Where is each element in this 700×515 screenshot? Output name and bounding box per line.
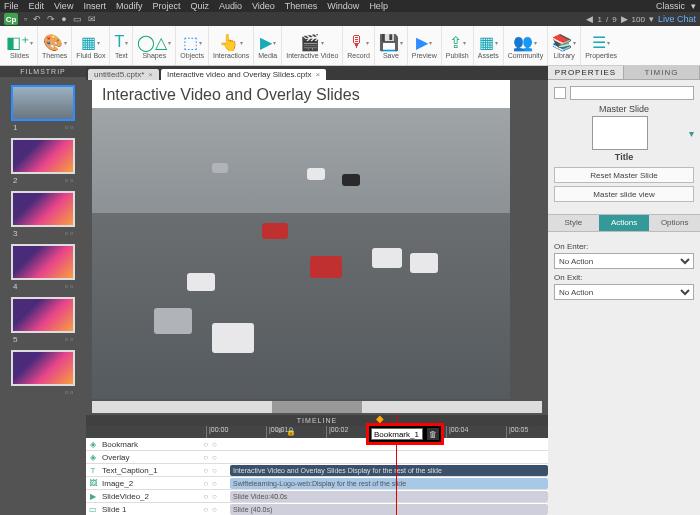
close-icon[interactable]: ×	[148, 70, 153, 79]
ruler-tick: |00:02	[326, 426, 348, 438]
ribbon-interactions[interactable]: 👆▾Interactions	[209, 26, 254, 65]
menu-modify[interactable]: Modify	[116, 1, 143, 11]
master-dropdown-icon[interactable]: ▾	[689, 128, 694, 139]
canvas[interactable]: Interactive Video and Overlay Slides	[86, 80, 548, 399]
menu-audio[interactable]: Audio	[219, 1, 242, 11]
ribbon-record[interactable]: 🎙▾Record	[343, 26, 375, 65]
playhead[interactable]	[396, 438, 397, 515]
ribbon-fluid-box[interactable]: ▦▾Fluid Box	[72, 26, 110, 65]
menu-help[interactable]: Help	[369, 1, 388, 11]
page-total: 9	[612, 15, 616, 24]
page-sep: /	[606, 15, 608, 24]
record-icon[interactable]: ●	[61, 14, 66, 24]
timeline-header: TIMELINE	[86, 415, 548, 426]
mail-icon[interactable]: ✉	[88, 14, 96, 24]
doc-tab[interactable]: untitled5.cptx*×	[88, 69, 159, 80]
ribbon-community[interactable]: 👥▾Community	[504, 26, 548, 65]
master-view-button[interactable]: Master slide view	[554, 186, 694, 202]
slide-name-input[interactable]	[570, 86, 694, 100]
filmstrip-thumb[interactable]: 1▫ ▫	[11, 85, 75, 134]
on-enter-select[interactable]: No Action	[554, 253, 694, 269]
ribbon-interactive-video[interactable]: 🎬▾Interactive Video	[282, 26, 343, 65]
filmstrip-thumb[interactable]: 4▫ ▫	[11, 244, 75, 293]
menu-view[interactable]: View	[54, 1, 73, 11]
bookmark-marker-popup: 🗑	[366, 423, 444, 445]
quick-access-toolbar: Cp ▫ ↶ ↷ ● ▭ ✉ ◀ 1 / 9 ▶ 100 ▾ Live Chat	[0, 12, 700, 26]
filmstrip-thumb[interactable]: 2▫ ▫	[11, 138, 75, 187]
live-chat-link[interactable]: Live Chat	[658, 14, 696, 24]
ruler-tick: |00:00	[206, 426, 228, 438]
menu-project[interactable]: Project	[152, 1, 180, 11]
filmstrip-header: FILMSTRIP	[0, 66, 86, 77]
timeline-tracks: ◆ ◈Bookmark○○◈Overlay○○TText_Caption_1○○…	[86, 438, 548, 515]
master-slide-thumb[interactable]	[592, 116, 648, 150]
timeline-panel: TIMELINE 👁 🔒 🗑 |00:00|00:01|00:02|00:03|…	[86, 415, 548, 515]
filmstrip-thumb[interactable]: 3▫ ▫	[11, 191, 75, 240]
document-tabs: untitled5.cptx*×Interactive video and Ov…	[86, 66, 548, 80]
zoom-dropdown-icon[interactable]: ▾	[649, 14, 654, 24]
ruler-tick: |00:05	[506, 426, 528, 438]
page-current: 1	[597, 15, 601, 24]
menu-file[interactable]: File	[4, 1, 19, 11]
ribbon-themes[interactable]: 🎨▾Themes	[38, 26, 72, 65]
tab-properties[interactable]: PROPERTIES	[548, 66, 624, 79]
ribbon-preview[interactable]: ▶▾Preview	[408, 26, 442, 65]
filmstrip-thumb[interactable]: 5▫ ▫	[11, 297, 75, 346]
save-icon[interactable]: ▫	[24, 14, 27, 24]
menu-quiz[interactable]: Quiz	[190, 1, 209, 11]
bookmark-delete-icon[interactable]: 🗑	[427, 428, 439, 440]
track-slide-1[interactable]: ▭Slide 1○○Slide (40.0s)	[86, 503, 548, 515]
next-slide-icon[interactable]: ▶	[621, 14, 628, 24]
menu-video[interactable]: Video	[252, 1, 275, 11]
app-logo: Cp	[4, 13, 18, 25]
slide[interactable]: Interactive Video and Overlay Slides	[92, 80, 510, 399]
ribbon-objects[interactable]: ⬚▾Objects	[176, 26, 209, 65]
menu-themes[interactable]: Themes	[285, 1, 318, 11]
master-title-label: Title	[554, 152, 694, 162]
preview-icon[interactable]: ▭	[73, 14, 82, 24]
center-area: untitled5.cptx*×Interactive video and Ov…	[86, 66, 548, 515]
menu-edit[interactable]: Edit	[29, 1, 45, 11]
track-text-caption-1[interactable]: TText_Caption_1○○Interactive Video and O…	[86, 464, 548, 477]
subtab-actions[interactable]: Actions	[599, 215, 650, 231]
on-enter-label: On Enter:	[554, 242, 694, 251]
on-exit-select[interactable]: No Action	[554, 284, 694, 300]
track-overlay[interactable]: ◈Overlay○○	[86, 451, 548, 464]
canvas-h-scrollbar[interactable]	[92, 401, 542, 413]
menu-window[interactable]: Window	[327, 1, 359, 11]
ribbon-assets[interactable]: ▦▾Assets	[474, 26, 504, 65]
track-image-2[interactable]: 🖼Image_2○○Swiftelearning-Logo-web:Displa…	[86, 477, 548, 490]
slide-title: Interactive Video and Overlay Slides	[92, 80, 510, 108]
ribbon-media[interactable]: ▶▾Media	[254, 26, 282, 65]
bookmark-name-input[interactable]	[371, 428, 423, 440]
doc-tab[interactable]: Interactive video and Overlay Slides.cpt…	[161, 69, 326, 80]
prev-slide-icon[interactable]: ◀	[586, 14, 593, 24]
subtab-style[interactable]: Style	[548, 215, 599, 231]
workspace-selector[interactable]: Classic ▾	[656, 1, 696, 11]
ribbon-text[interactable]: T▾Text	[110, 26, 133, 65]
zoom-value: 100	[632, 15, 645, 24]
ribbon-slides[interactable]: ◧⁺▾Slides	[2, 26, 38, 65]
close-icon[interactable]: ×	[315, 70, 320, 79]
ribbon-properties[interactable]: ☰▾Properties	[581, 26, 621, 65]
tab-timing[interactable]: TIMING	[624, 66, 700, 79]
filmstrip-thumbs[interactable]: 1▫ ▫2▫ ▫3▫ ▫4▫ ▫5▫ ▫▫ ▫	[0, 77, 86, 515]
reset-master-button[interactable]: Reset Master Slide	[554, 167, 694, 183]
menu-insert[interactable]: Insert	[83, 1, 106, 11]
redo-icon[interactable]: ↷	[47, 14, 55, 24]
subtab-options[interactable]: Options	[649, 215, 700, 231]
ribbon-save[interactable]: 💾▾Save	[375, 26, 408, 65]
ribbon-shapes[interactable]: ◯△▾Shapes	[133, 26, 176, 65]
timeline-ruler[interactable]: 👁 🔒 🗑 |00:00|00:01|00:02|00:03|00:04|00:…	[86, 426, 548, 438]
ribbon-publish[interactable]: ⇪▾Publish	[442, 26, 474, 65]
track-slidevideo-2[interactable]: ▶SlideVideo_2○○Slide Video:40.0s	[86, 490, 548, 503]
menubar: File Edit View Insert Modify Project Qui…	[0, 0, 700, 12]
color-swatch[interactable]	[554, 87, 566, 99]
on-exit-label: On Exit:	[554, 273, 694, 282]
track-bookmark[interactable]: ◈Bookmark○○	[86, 438, 548, 451]
filmstrip-thumb[interactable]: ▫ ▫	[11, 350, 75, 399]
ribbon-library[interactable]: 📚▾Library	[548, 26, 581, 65]
master-slide-label: Master Slide	[554, 104, 694, 114]
filmstrip-panel: FILMSTRIP 1▫ ▫2▫ ▫3▫ ▫4▫ ▫5▫ ▫▫ ▫	[0, 66, 86, 515]
undo-icon[interactable]: ↶	[33, 14, 41, 24]
